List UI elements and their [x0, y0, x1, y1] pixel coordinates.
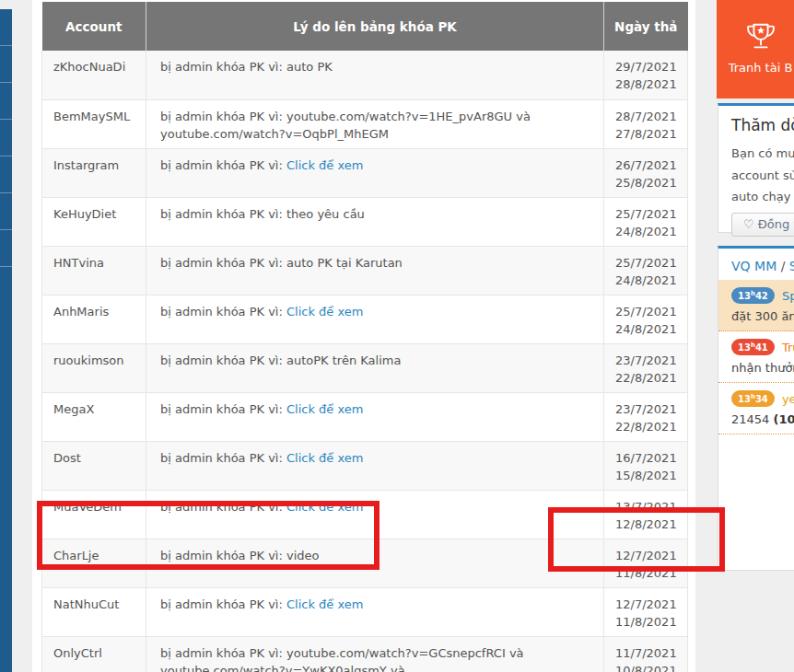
time-hour: 13 — [738, 342, 751, 353]
table-row: ruoukimson bị admin khóa PK vì: autoPK t… — [42, 343, 688, 392]
ban-table-header-row: Account Lý do lên bảng khóa PK Ngày thả — [42, 2, 688, 51]
release-date: 10/8/2021 — [615, 662, 674, 672]
chat-message-text: 21454 — [731, 412, 774, 426]
account-cell: AnhMaris — [42, 295, 146, 343]
chat-link[interactable]: yeu* — [782, 392, 794, 406]
ban-date: 12/7/2021 — [615, 596, 674, 613]
heart-icon: ♡ — [743, 217, 754, 231]
table-row: Instargram bị admin khóa PK vì: Click để… — [42, 148, 688, 197]
table-row: Dost bị admin khóa PK vì: Click để xem 1… — [42, 441, 688, 490]
reason-text: bị admin khóa PK vì: auto PK tại Karutan — [160, 256, 403, 270]
poll-panel: Thăm dò Bạn có muố account sử auto chạy … — [718, 103, 794, 233]
release-date-cell: 23/7/2021 22/8/2021 — [604, 343, 688, 392]
ban-table-body: zKhocNuaDi bị admin khóa PK vì: auto PK … — [42, 51, 688, 672]
release-date: 24/8/2021 — [615, 223, 674, 240]
poll-agree-label: Đồng ý — [758, 217, 794, 231]
trophy-star — [757, 27, 765, 34]
reason-cell: bị admin khóa PK vì: Click để xem — [146, 295, 604, 343]
release-date: 22/8/2021 — [615, 418, 674, 435]
release-date-cell: 26/7/2021 25/8/2021 — [604, 148, 688, 197]
time-minute: 42 — [755, 291, 768, 301]
reason-cell: bị admin khóa PK vì: auto PK — [146, 51, 604, 99]
poll-agree-button[interactable]: ♡ Đồng ý — [731, 213, 794, 237]
reason-cell: bị admin khóa PK vì: auto PK tại Karutan — [146, 246, 604, 295]
ban-date: 26/7/2021 — [615, 156, 674, 174]
poll-title: Thăm dò — [731, 116, 794, 134]
shoutbox-header: VQ MM / S — [718, 249, 794, 280]
ban-date: 25/7/2021 — [615, 303, 674, 320]
reason-text: bị admin khóa PK vì: — [160, 597, 286, 611]
reason-cell: bị admin khóa PK vì: Click để xem — [146, 587, 604, 636]
reason-text: bị admin khóa PK vì: — [160, 158, 286, 172]
reason-cell: bị admin khóa PK vì: youtube.com/watch?v… — [146, 636, 604, 672]
account-cell: BemMaySML — [42, 99, 146, 148]
reason-view-link[interactable]: Click để xem — [286, 597, 363, 611]
release-date-cell: 25/7/2021 24/8/2021 — [604, 197, 688, 246]
reason-view-link[interactable]: Click để xem — [286, 158, 363, 172]
account-cell: HNTvina — [42, 246, 146, 295]
time-badge: 13h34 — [731, 390, 775, 407]
reason-view-link[interactable]: Click để xem — [286, 451, 363, 465]
table-row: HNTvina bị admin khóa PK vì: auto PK tại… — [42, 246, 688, 295]
ban-date: 25/7/2021 — [615, 205, 674, 223]
release-date: 22/8/2021 — [615, 369, 674, 387]
table-row: OnlyCtrl bị admin khóa PK vì: youtube.co… — [42, 636, 688, 672]
release-date-cell: 25/7/2021 24/8/2021 — [604, 295, 688, 343]
release-date: 24/8/2021 — [615, 272, 674, 289]
time-hour: 13 — [738, 394, 751, 404]
account-cell: NatNhuCut — [42, 587, 146, 636]
release-date-cell: 12/7/2021 11/8/2021 — [604, 587, 688, 636]
shoutbox-header-separator: / — [776, 259, 789, 273]
release-date: 28/8/2021 — [615, 75, 674, 93]
contest-banner-label: Tranh tài B — [717, 61, 794, 75]
column-header-release-date: Ngày thả — [604, 2, 688, 51]
release-date: 11/8/2021 — [615, 613, 674, 631]
chat-link[interactable]: Spin — [782, 289, 794, 303]
left-nav-menu[interactable] — [0, 9, 12, 672]
reason-cell: bị admin khóa PK vì: theo yêu cầu — [146, 197, 604, 246]
table-row: KeHuyDiet bị admin khóa PK vì: theo yêu … — [42, 197, 688, 246]
annotation-rectangle-dates — [548, 507, 725, 572]
chat-message: 13h42 Spin đặt 300 ăn — [718, 280, 794, 331]
account-cell: zKhocNuaDi — [42, 51, 146, 99]
reason-cell: bị admin khóa PK vì: Click để xem — [146, 441, 604, 490]
shoutbox-link-vqmm[interactable]: VQ MM — [731, 259, 776, 273]
reason-cell: bị admin khóa PK vì: Click để xem — [146, 148, 604, 197]
shoutbox-panel: VQ MM / S 13h42 Spin đặt 300 ăn 13h41 Tr… — [718, 246, 794, 571]
account-cell: Instargram — [42, 148, 146, 197]
column-header-reason: Lý do lên bảng khóa PK — [146, 2, 604, 51]
contest-banner[interactable]: Tranh tài B — [717, 0, 794, 98]
chat-message-line2: nhận thưởn — [731, 361, 794, 375]
chat-message-line1: 13h42 Spin — [731, 286, 794, 304]
reason-cell: bị admin khóa PK vì: youtube.com/watch?v… — [146, 99, 604, 148]
reason-text: bị admin khóa PK vì: youtube.com/watch?v… — [160, 110, 531, 141]
reason-view-link[interactable]: Click để xem — [286, 305, 363, 319]
poll-question-line: auto chạy b — [731, 186, 794, 208]
chat-message-line2: đặt 300 ăn — [731, 309, 794, 323]
reason-text: bị admin khóa PK vì: youtube.com/watch?v… — [160, 646, 524, 672]
chat-message-line2: 21454 (100 — [731, 412, 794, 426]
table-row: NatNhuCut bị admin khóa PK vì: Click để … — [42, 587, 688, 636]
time-hour: 13 — [738, 291, 751, 301]
account-cell: Dost — [42, 441, 146, 490]
ban-date: 28/7/2021 — [615, 108, 674, 125]
poll-question-line: Bạn có muố — [731, 143, 794, 165]
ban-date: 11/7/2021 — [615, 644, 674, 662]
release-date: 15/8/2021 — [615, 467, 674, 484]
time-badge: 13h41 — [731, 339, 775, 355]
ban-date: 25/7/2021 — [615, 254, 674, 272]
table-row: MegaX bị admin khóa PK vì: Click để xem … — [42, 392, 688, 441]
reason-text: bị admin khóa PK vì: — [160, 451, 286, 465]
chat-message: 13h41 Truy nhận thưởn — [718, 331, 794, 383]
account-cell: KeHuyDiet — [42, 197, 146, 246]
release-date-cell: 28/7/2021 27/8/2021 — [604, 99, 688, 148]
chat-message-text: nhận thưởn — [731, 361, 794, 375]
column-header-account: Account — [42, 2, 146, 51]
chat-link[interactable]: Truy — [782, 341, 794, 354]
table-row: BemMaySML bị admin khóa PK vì: youtube.c… — [42, 99, 688, 148]
chat-message-line1: 13h41 Truy — [731, 338, 794, 355]
reason-view-link[interactable]: Click để xem — [286, 402, 363, 416]
chat-message-line1: 13h34 yeu* — [731, 389, 794, 407]
ban-date: 29/7/2021 — [615, 58, 674, 75]
shoutbox-link-second[interactable]: S — [789, 259, 794, 273]
